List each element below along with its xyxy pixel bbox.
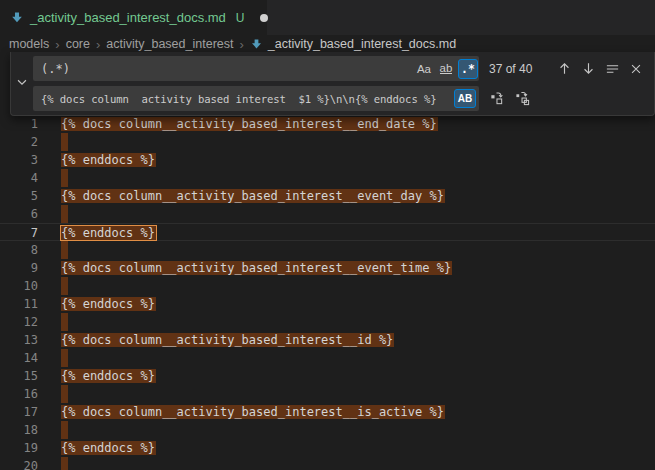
code-line[interactable]: 5{% docs column__activity_based_interest… — [0, 187, 655, 205]
code-line[interactable]: 1{% docs column__activity_based_interest… — [0, 115, 655, 133]
find-match: {% enddocs %} — [61, 153, 156, 167]
code-line[interactable]: 19{% enddocs %} — [0, 439, 655, 457]
line-number: 9 — [0, 259, 38, 277]
unsaved-dot-icon[interactable] — [260, 14, 268, 22]
line-number: 17 — [0, 403, 38, 421]
code-line[interactable]: 4 — [0, 169, 655, 187]
code-line[interactable]: 16 — [0, 385, 655, 403]
find-match-zero-width — [61, 169, 68, 187]
line-number: 14 — [0, 349, 38, 367]
line-content: {% docs column__activity_based_interest_… — [61, 403, 445, 421]
find-match-current: {% enddocs %} — [61, 226, 156, 240]
breadcrumb: models › core › activity_based_interest … — [0, 35, 655, 53]
code-line[interactable]: 12 — [0, 313, 655, 331]
line-content: {% docs column__activity_based_interest_… — [61, 187, 445, 205]
line-content — [61, 385, 68, 403]
find-match: {% enddocs %} — [61, 369, 156, 383]
tab-bar: _activity_based_interest_docs.md U — [0, 0, 655, 35]
code-line[interactable]: 2 — [0, 133, 655, 151]
find-match: {% docs column__activity_based_interest_… — [61, 333, 394, 347]
line-content: {% docs column__activity_based_interest_… — [61, 331, 394, 349]
code-line[interactable]: 3{% enddocs %} — [0, 151, 655, 169]
breadcrumb-item-folder[interactable]: activity_based_interest — [106, 37, 233, 51]
previous-match-button[interactable] — [553, 58, 575, 80]
preserve-case-toggle[interactable]: AB — [454, 89, 476, 108]
replace-button[interactable] — [485, 88, 507, 110]
find-match: {% enddocs %} — [61, 441, 156, 455]
find-match-zero-width — [61, 349, 68, 367]
whole-word-toggle[interactable]: ab — [436, 59, 456, 79]
line-number: 15 — [0, 367, 38, 385]
code-line[interactable]: 18 — [0, 421, 655, 439]
close-find-button[interactable] — [625, 58, 647, 80]
find-match: {% enddocs %} — [61, 297, 156, 311]
line-content: {% docs column__activity_based_interest_… — [61, 115, 438, 133]
line-content: {% docs column__activity_based_interest_… — [61, 259, 452, 277]
line-number: 7 — [0, 224, 38, 240]
replace-all-button[interactable] — [511, 88, 533, 110]
code-line[interactable]: 10 — [0, 277, 655, 295]
find-replace-widget: (.*) Aa ab .* 37 of 40 — [10, 52, 655, 116]
line-content: {% enddocs %} — [61, 367, 156, 385]
find-match: {% docs column__activity_based_interest_… — [61, 117, 438, 131]
markdown-icon — [10, 11, 24, 25]
code-line[interactable]: 6 — [0, 205, 655, 223]
markdown-icon — [250, 38, 263, 51]
line-number: 2 — [0, 133, 38, 151]
find-input-value: (.*) — [33, 62, 413, 76]
find-match: {% docs column__activity_based_interest_… — [61, 189, 445, 203]
breadcrumb-separator: › — [94, 37, 102, 52]
tab-filename: _activity_based_interest_docs.md — [30, 10, 226, 25]
code-line[interactable]: 13{% docs column__activity_based_interes… — [0, 331, 655, 349]
line-content — [61, 349, 68, 367]
line-content — [61, 241, 68, 259]
line-content — [61, 169, 68, 187]
code-line[interactable]: 15{% enddocs %} — [0, 367, 655, 385]
breadcrumb-item-core[interactable]: core — [66, 37, 90, 51]
code-line[interactable]: 17{% docs column__activity_based_interes… — [0, 403, 655, 421]
find-in-selection-button[interactable] — [601, 58, 623, 80]
arrow-up-icon — [557, 61, 572, 76]
toggle-replace-button[interactable] — [11, 52, 33, 115]
git-status-badge: U — [236, 11, 245, 25]
replace-all-icon — [515, 91, 530, 106]
find-match-zero-width — [61, 133, 68, 151]
line-number: 10 — [0, 277, 38, 295]
replace-input-value: {% docs column__activity_based_interest_… — [33, 93, 454, 105]
code-line[interactable]: 20 — [0, 457, 655, 470]
line-number: 8 — [0, 241, 38, 259]
line-number: 18 — [0, 421, 38, 439]
find-match-zero-width — [61, 277, 68, 295]
next-match-button[interactable] — [577, 58, 599, 80]
line-content: {% enddocs %} — [61, 224, 156, 240]
match-case-toggle[interactable]: Aa — [414, 59, 434, 79]
line-number: 6 — [0, 205, 38, 223]
line-content: {% enddocs %} — [61, 439, 156, 457]
code-line[interactable]: 14 — [0, 349, 655, 367]
replace-input[interactable]: {% docs column__activity_based_interest_… — [33, 86, 479, 111]
code-line[interactable]: 8 — [0, 241, 655, 259]
line-number: 12 — [0, 313, 38, 331]
match-count: 37 of 40 — [489, 62, 551, 76]
line-number: 11 — [0, 295, 38, 313]
breadcrumb-item-models[interactable]: models — [9, 37, 49, 51]
line-number: 4 — [0, 169, 38, 187]
find-match-zero-width — [61, 313, 68, 331]
regex-toggle[interactable]: .* — [458, 59, 478, 79]
close-icon — [629, 62, 643, 76]
line-content — [61, 421, 68, 439]
find-match: {% docs column__activity_based_interest_… — [61, 261, 452, 275]
find-match-zero-width — [61, 205, 68, 223]
code-line[interactable]: 7{% enddocs %} — [0, 223, 655, 241]
breadcrumb-item-file[interactable]: _activity_based_interest_docs.md — [250, 37, 456, 51]
chevron-down-icon — [15, 75, 29, 93]
code-line[interactable]: 11{% enddocs %} — [0, 295, 655, 313]
find-input[interactable]: (.*) Aa ab .* — [33, 56, 479, 81]
line-content — [61, 457, 68, 470]
line-number: 3 — [0, 151, 38, 169]
find-match-zero-width — [61, 385, 68, 403]
code-line[interactable]: 9{% docs column__activity_based_interest… — [0, 259, 655, 277]
line-content: {% enddocs %} — [61, 151, 156, 169]
line-content — [61, 205, 68, 223]
editor-tab[interactable]: _activity_based_interest_docs.md U — [0, 0, 267, 35]
